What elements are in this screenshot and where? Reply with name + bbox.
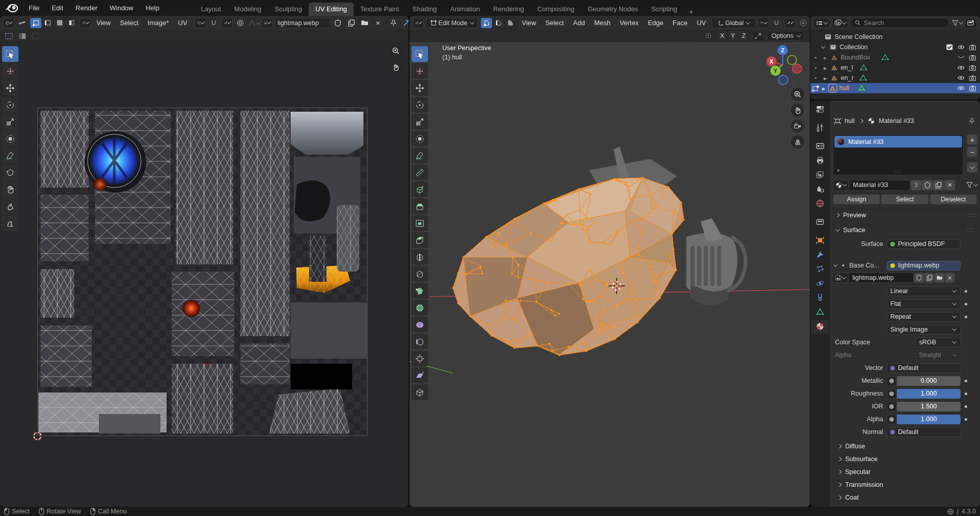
gizmo-y-axis[interactable]: Y	[770, 66, 781, 76]
specular-panel-header[interactable]: Specular	[830, 466, 980, 478]
alpha-socket[interactable]	[887, 415, 896, 424]
uv-select-vertex-button[interactable]	[30, 18, 42, 28]
tab-object[interactable]	[812, 234, 828, 247]
tab-compositing[interactable]: Compositing	[530, 3, 581, 16]
vp-menu-add[interactable]: Add	[569, 19, 588, 27]
vp-tool-add-cube[interactable]	[412, 181, 428, 197]
tab-output[interactable]	[812, 154, 828, 167]
tab-scene[interactable]	[812, 182, 828, 196]
uv-menu-image[interactable]: Image*	[144, 19, 172, 27]
material-specials-dropdown[interactable]	[967, 162, 977, 173]
uv-menu-view[interactable]: View	[93, 19, 114, 27]
tab-layout[interactable]: Layout	[194, 3, 228, 16]
image-name-field[interactable]: lightmap.webp	[848, 273, 914, 283]
eye-icon[interactable]	[957, 75, 965, 80]
outliner-row-en-l[interactable]: ▸ en_l	[810, 63, 980, 73]
eye-icon[interactable]	[957, 45, 965, 50]
tab-physics[interactable]	[812, 277, 828, 290]
breadcrumb-object[interactable]: hull	[845, 117, 854, 125]
auto-merge-dropdown[interactable]	[752, 31, 764, 41]
transform-orientation-dropdown[interactable]: Global	[711, 18, 756, 28]
vp-perspective-toggle-button[interactable]	[791, 135, 804, 149]
vp-tool-bevel[interactable]	[412, 232, 428, 248]
roughness-slider[interactable]: 1.000	[897, 389, 961, 399]
tab-scripting[interactable]: Scripting	[645, 3, 684, 16]
vp-tool-annotate[interactable]	[412, 148, 428, 163]
viewport-canvas[interactable]	[410, 42, 810, 507]
material-name-field[interactable]: Material #33	[849, 180, 910, 191]
vp-tool-edge-slide[interactable]	[412, 334, 428, 349]
snap-with-dropdown[interactable]	[784, 18, 795, 28]
tab-particles[interactable]	[812, 262, 828, 276]
camera-render-icon[interactable]	[969, 65, 976, 71]
select-mode-edge-button[interactable]	[493, 18, 504, 28]
select-button[interactable]: Select	[881, 194, 928, 204]
menu-edit[interactable]: Edit	[46, 0, 69, 16]
eye-closed-icon[interactable]	[957, 55, 965, 59]
preview-panel-header[interactable]: Preview::::	[830, 209, 980, 220]
uv-sync-selection-toggle[interactable]	[16, 18, 28, 28]
uv-tool-relax[interactable]	[2, 198, 18, 214]
outliner-display-mode-dropdown[interactable]	[813, 18, 830, 28]
pin-icon[interactable]	[969, 118, 975, 125]
uv-select-edge-button[interactable]	[42, 18, 53, 28]
vp-tool-select-box[interactable]	[412, 46, 428, 62]
material-slot-list[interactable]: Material #33 ▸ ::::	[833, 134, 964, 175]
material-slot-item[interactable]: Material #33	[834, 136, 962, 148]
gizmo-z-axis[interactable]: Z	[778, 45, 788, 55]
vp-tool-shear[interactable]	[412, 367, 428, 383]
image-fake-user-button[interactable]	[914, 273, 924, 283]
normal-field[interactable]: Default	[887, 427, 961, 437]
snap-magnet-toggle[interactable]	[771, 18, 782, 28]
image-open-folder-button[interactable]	[934, 273, 945, 283]
expand-icon[interactable]: ▸	[824, 74, 827, 82]
menu-render[interactable]: Render	[69, 0, 104, 16]
uv-overlay-box-icon[interactable]	[3, 31, 14, 41]
new-material-copy-button[interactable]	[933, 180, 944, 191]
coat-panel-header[interactable]: Coat	[830, 492, 980, 503]
tab-uv-editing[interactable]: UV Editing	[309, 3, 353, 16]
tab-material[interactable]	[811, 320, 829, 333]
vp-tool-spin[interactable]	[412, 300, 428, 316]
tab-view-layer[interactable]	[812, 168, 828, 181]
transmission-panel-header[interactable]: Transmission	[830, 479, 980, 490]
select-mode-face-button[interactable]	[504, 18, 516, 28]
uv-image-canvas[interactable]	[37, 108, 368, 436]
diffuse-panel-header[interactable]: Diffuse	[830, 441, 980, 452]
browse-image-dropdown[interactable]	[832, 273, 848, 283]
vp-tool-cursor[interactable]	[412, 63, 428, 79]
uv-extra-overlay-icon[interactable]	[30, 31, 41, 41]
uv-tool-rip-region[interactable]	[2, 164, 18, 180]
alpha-slider[interactable]: 1.000	[897, 415, 961, 424]
uv-pan-button[interactable]	[389, 60, 402, 74]
vp-tool-poly-build[interactable]	[412, 283, 428, 299]
mirror-x-button[interactable]: X	[717, 31, 727, 41]
menu-window[interactable]: Window	[104, 0, 139, 16]
surface-shader-field[interactable]: Principled BSDF	[887, 239, 961, 249]
vp-tool-smooth[interactable]	[412, 317, 428, 333]
fake-user-shield-button[interactable]	[922, 180, 933, 191]
base-color-link-field[interactable]: lightmap.webp	[887, 261, 961, 271]
vp-zoom-button[interactable]	[791, 88, 804, 101]
tab-texture-paint[interactable]: Texture Paint	[354, 3, 406, 16]
tab-shading[interactable]: Shading	[406, 3, 444, 16]
blender-logo-icon[interactable]	[5, 3, 18, 13]
vp-tool-rotate[interactable]	[412, 97, 428, 113]
alpha-mode-dropdown[interactable]: Straight	[915, 350, 961, 360]
checkbox-icon[interactable]	[946, 44, 953, 50]
network-globe-icon[interactable]	[947, 508, 954, 515]
properties-editor-type-dropdown[interactable]	[812, 102, 828, 116]
assign-button[interactable]: Assign	[833, 194, 880, 204]
gizmo-z-negative[interactable]	[778, 75, 788, 85]
uv-select-face-button[interactable]	[54, 18, 65, 28]
color-space-dropdown[interactable]: sRGB	[915, 338, 961, 347]
tab-render[interactable]	[812, 139, 828, 153]
metallic-slider[interactable]: 0.000	[897, 376, 961, 386]
expand-icon[interactable]: ▸	[824, 54, 827, 61]
material-filter-funnel-dropdown[interactable]	[966, 180, 977, 190]
image-new-copy-icon[interactable]	[345, 18, 357, 28]
material-users-count-button[interactable]: 3	[910, 180, 922, 191]
tab-sculpting[interactable]: Sculpting	[268, 3, 309, 16]
tab-constraints[interactable]	[812, 291, 828, 304]
tab-modeling[interactable]: Modeling	[228, 3, 268, 16]
